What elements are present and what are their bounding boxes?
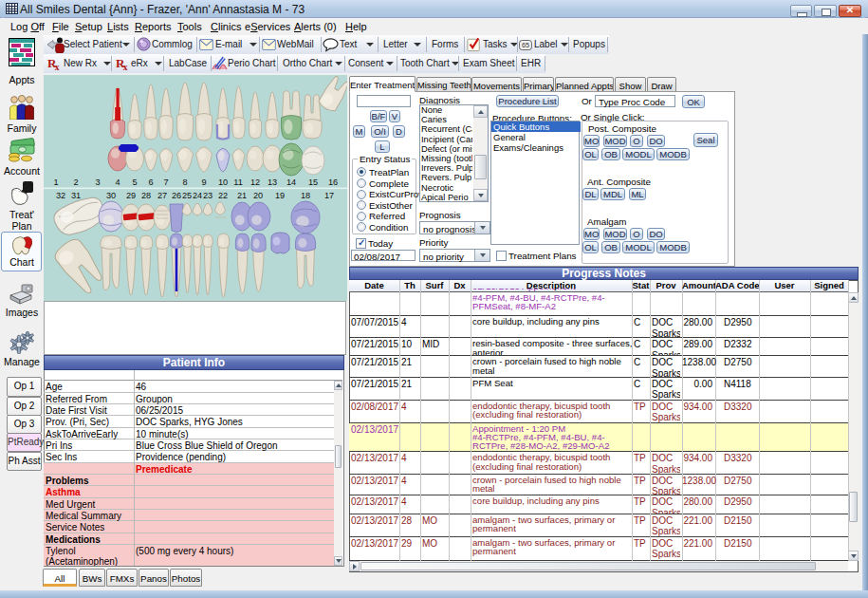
svg-text:21: 21 (237, 191, 247, 200)
svg-text:32: 32 (56, 191, 65, 200)
svg-text:9: 9 (201, 178, 206, 187)
svg-text:4: 4 (115, 178, 120, 187)
svg-text:1: 1 (53, 178, 58, 187)
svg-text:14: 14 (286, 178, 296, 187)
svg-text:15: 15 (308, 178, 318, 187)
svg-text:31: 31 (71, 191, 81, 200)
svg-text:6: 6 (148, 178, 153, 187)
svg-text:8: 8 (182, 178, 187, 187)
svg-text:19: 19 (275, 191, 285, 200)
svg-text:65: 65 (522, 41, 529, 49)
svg-text:11: 11 (233, 178, 243, 187)
svg-text:2: 2 (73, 178, 78, 187)
svg-text:5: 5 (132, 178, 137, 187)
svg-text:24: 24 (193, 191, 202, 200)
svg-text:3: 3 (95, 178, 100, 187)
svg-text:17: 17 (324, 191, 334, 200)
svg-text:7: 7 (163, 178, 168, 187)
svg-text:29: 29 (126, 191, 136, 200)
svg-text:28: 28 (141, 191, 151, 200)
svg-text:23: 23 (203, 191, 212, 200)
svg-text:13: 13 (268, 178, 277, 187)
svg-text:30: 30 (106, 191, 116, 200)
svg-text:16: 16 (328, 178, 338, 187)
svg-text:22: 22 (218, 191, 228, 200)
svg-text:12: 12 (250, 178, 260, 187)
svg-text:25: 25 (182, 191, 192, 200)
svg-text:20: 20 (253, 191, 263, 200)
svg-text:26: 26 (172, 191, 181, 200)
svg-text:10: 10 (218, 178, 228, 187)
svg-text:27: 27 (157, 191, 167, 200)
svg-text:18: 18 (301, 191, 310, 200)
